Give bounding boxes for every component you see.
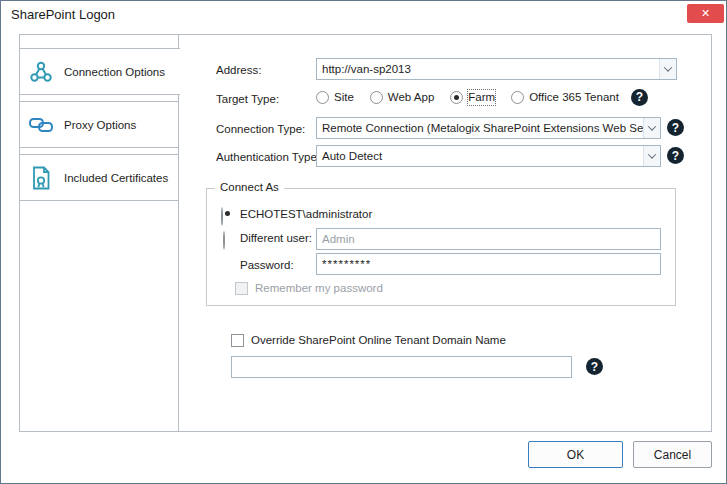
radio-web-app-circle[interactable] — [370, 91, 383, 104]
current-user-label[interactable]: ECHOTEST\administrator — [240, 207, 372, 222]
authentication-type-help-icon[interactable]: ? — [667, 147, 684, 164]
chevron-down-icon[interactable] — [643, 146, 660, 166]
radio-farm-label[interactable]: Farm — [468, 90, 495, 105]
tab-connection-options[interactable]: Connection Options — [19, 48, 180, 95]
connection-type-label: Connection Type: — [216, 122, 305, 137]
chain-links-icon — [28, 112, 54, 138]
radio-site[interactable]: Site — [316, 90, 354, 105]
connection-type-combobox[interactable]: Remote Connection (Metalogix SharePoint … — [316, 117, 661, 139]
override-tenant-checkbox[interactable] — [231, 334, 244, 347]
address-label: Address: — [216, 63, 261, 78]
certificate-icon — [28, 165, 54, 191]
connect-as-legend: Connect As — [215, 181, 284, 193]
close-button[interactable]: ✕ — [687, 4, 724, 23]
radio-farm[interactable]: Farm — [450, 90, 495, 105]
address-value: http://van-sp2013 — [317, 63, 659, 75]
password-label: Password: — [240, 258, 294, 273]
authentication-type-combobox[interactable]: Auto Detect — [316, 145, 661, 167]
radio-farm-circle[interactable] — [450, 91, 463, 104]
target-type-label: Target Type: — [216, 92, 279, 107]
override-tenant-input[interactable] — [231, 356, 572, 378]
connection-type-value: Remote Connection (Metalogix SharePoint … — [317, 122, 643, 134]
radio-different-user-circle[interactable] — [223, 231, 225, 250]
tab-label-included-certificates: Included Certificates — [64, 172, 168, 184]
radio-web-app-label[interactable]: Web App — [388, 90, 434, 105]
close-icon: ✕ — [701, 7, 710, 20]
ok-button-label: OK — [567, 448, 584, 462]
different-user-label[interactable]: Different user: — [240, 231, 312, 246]
override-tenant-help-icon[interactable]: ? — [586, 358, 603, 375]
sharepoint-logon-dialog: SharePoint Logon ✕ Connection Options — [0, 0, 727, 484]
remember-password-checkbox[interactable] — [235, 282, 248, 295]
authentication-type-value: Auto Detect — [317, 150, 643, 162]
tab-proxy-options[interactable]: Proxy Options — [19, 101, 179, 148]
ok-button[interactable]: OK — [528, 441, 623, 468]
title-bar: SharePoint Logon ✕ — [1, 1, 726, 27]
tab-included-certificates[interactable]: Included Certificates — [19, 154, 179, 201]
radio-office365[interactable]: Office 365 Tenant — [511, 90, 619, 105]
chevron-down-icon[interactable] — [643, 118, 660, 138]
cancel-button[interactable]: Cancel — [633, 441, 712, 468]
radio-office365-circle[interactable] — [511, 91, 524, 104]
override-tenant-label[interactable]: Override SharePoint Online Tenant Domain… — [251, 333, 506, 348]
connection-type-help-icon[interactable]: ? — [667, 119, 684, 136]
target-type-radio-group: Site Web App Farm Office 365 Tenant ? — [316, 89, 648, 105]
radio-web-app[interactable]: Web App — [370, 90, 434, 105]
radio-site-circle[interactable] — [316, 91, 329, 104]
share-network-icon — [28, 59, 54, 85]
tab-label-connection-options: Connection Options — [64, 66, 165, 78]
different-user-input[interactable] — [316, 228, 661, 250]
cancel-button-label: Cancel — [654, 448, 691, 462]
target-type-help-icon[interactable]: ? — [631, 89, 648, 106]
address-combobox[interactable]: http://van-sp2013 — [316, 58, 677, 80]
tab-label-proxy-options: Proxy Options — [64, 119, 136, 131]
radio-office365-label[interactable]: Office 365 Tenant — [529, 90, 619, 105]
authentication-type-label: Authentication Type: — [216, 150, 320, 165]
radio-site-label[interactable]: Site — [334, 90, 354, 105]
remember-password-label[interactable]: Remember my password — [255, 281, 383, 296]
password-input[interactable] — [316, 253, 661, 275]
radio-current-user-circle[interactable] — [221, 207, 223, 226]
window-title: SharePoint Logon — [11, 7, 115, 22]
chevron-down-icon[interactable] — [659, 59, 676, 79]
